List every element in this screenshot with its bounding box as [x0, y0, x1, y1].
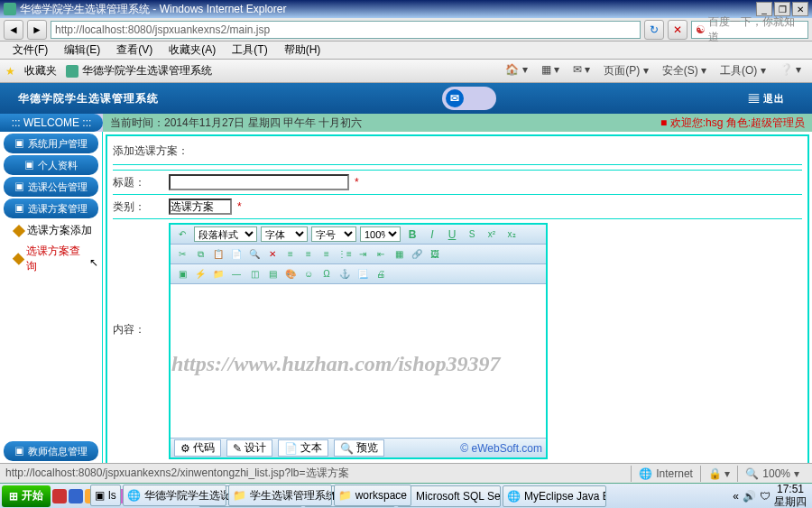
- super-icon[interactable]: x²: [484, 226, 500, 243]
- tab-design[interactable]: ✎ 设计: [226, 439, 272, 457]
- favorites-bar: ★ 收藏夹 华德学院学生选课管理系统 🏠 ▾ ▦ ▾ ✉ ▾ 页面(P) ▾ 安…: [0, 60, 812, 83]
- anchor-icon[interactable]: ⚓: [337, 266, 353, 282]
- strike-icon[interactable]: S: [464, 226, 480, 243]
- forward-button[interactable]: ►: [27, 20, 47, 40]
- task-item[interactable]: 📁学生选课管理系统: [228, 485, 332, 506]
- safety-menu[interactable]: 安全(S) ▾: [657, 63, 712, 79]
- sidebar-item-plan[interactable]: ▣ 选课方案管理: [4, 199, 98, 218]
- tab-code[interactable]: ⚙ 代码: [174, 439, 221, 457]
- size-select[interactable]: 字号: [311, 226, 356, 242]
- omega-icon[interactable]: Ω: [318, 266, 335, 282]
- menu-help[interactable]: 帮助(H): [277, 42, 328, 58]
- message-badge[interactable]: ✉: [442, 87, 496, 110]
- stop-button[interactable]: ✕: [668, 20, 687, 40]
- sidebar-sub-query-plan[interactable]: 选课方案查询↖: [0, 241, 102, 277]
- paste-text-icon[interactable]: 📄: [228, 246, 245, 263]
- indent-icon[interactable]: ⇥: [355, 246, 371, 263]
- tools-menu[interactable]: 工具(O) ▾: [715, 63, 771, 79]
- main-panel: 添加选课方案： 标题： * 类别： * 内容： ↶ 段落样式 字体 字号 100…: [106, 134, 809, 476]
- bold-icon[interactable]: B: [404, 226, 420, 243]
- smile-icon[interactable]: ☺: [300, 266, 317, 282]
- tray-indicator[interactable]: «: [733, 490, 739, 503]
- back-button[interactable]: ◄: [4, 20, 23, 40]
- tab-title[interactable]: 华德学院学生选课管理系统: [82, 63, 212, 79]
- task-item[interactable]: 🌐华德学院学生选课管...: [123, 485, 226, 506]
- find-icon[interactable]: 🔍: [246, 246, 263, 263]
- sidebar-item-profile[interactable]: ▣ 个人资料: [4, 155, 98, 175]
- logout-button[interactable]: ▤ 退出: [749, 92, 785, 106]
- title-input[interactable]: [169, 174, 349, 190]
- list-icon[interactable]: ⋮≡: [337, 246, 353, 263]
- table-icon[interactable]: ▦: [391, 246, 407, 263]
- doc-icon[interactable]: 📃: [355, 266, 371, 282]
- zoom-level[interactable]: 🔍 100% ▾: [737, 466, 807, 482]
- sub-icon[interactable]: x₂: [503, 226, 520, 243]
- cross-icon[interactable]: ✕: [264, 246, 281, 263]
- tray-icon[interactable]: [52, 489, 67, 503]
- media-icon[interactable]: ▣: [174, 266, 190, 282]
- task-item[interactable]: 🗄Microsoft SQL Serve...: [397, 485, 501, 507]
- sidebar-item-notice[interactable]: ▣ 选课公告管理: [4, 177, 98, 197]
- url-input[interactable]: http://localhost:8080/jspxuankexns2/main…: [51, 21, 641, 39]
- menu-view[interactable]: 查看(V): [109, 42, 160, 58]
- tab-text[interactable]: 📄 文本: [278, 439, 328, 457]
- sidebar-item-teacher[interactable]: ▣ 教师信息管理: [4, 441, 98, 461]
- refresh-button[interactable]: ↻: [644, 20, 664, 40]
- link-icon[interactable]: 🔗: [409, 246, 425, 263]
- help-menu[interactable]: ❔ ▾: [774, 63, 807, 79]
- editor-textarea[interactable]: [171, 284, 546, 438]
- sidebar-sub-add-plan[interactable]: 选课方案添加: [0, 220, 102, 241]
- window-icon[interactable]: ◫: [246, 266, 263, 282]
- font-select[interactable]: 字体: [261, 226, 308, 242]
- align-center-icon[interactable]: ≡: [300, 246, 317, 263]
- italic-icon[interactable]: I: [424, 226, 440, 243]
- menu-tools[interactable]: 工具(T): [225, 42, 274, 58]
- tray-indicator[interactable]: 🛡: [760, 490, 770, 503]
- credit-link[interactable]: © eWebSoft.com: [460, 442, 542, 455]
- align-right-icon[interactable]: ≡: [318, 246, 335, 263]
- sidebar-item-users[interactable]: ▣ 系统用户管理: [4, 134, 98, 153]
- menu-file[interactable]: 文件(F): [5, 42, 55, 58]
- rich-editor: ↶ 段落样式 字体 字号 100% B I U S x² x₂ ✂ ⧉ 📋 📄: [169, 223, 548, 459]
- task-item[interactable]: 📁workspace: [334, 485, 411, 506]
- paragraph-select[interactable]: 段落样式: [194, 226, 257, 242]
- paste-icon[interactable]: 📋: [210, 246, 226, 263]
- welcome-tab: ::: WELCOME :::: [0, 114, 103, 132]
- page-menu[interactable]: 页面(P) ▾: [598, 63, 653, 79]
- mail-button[interactable]: ✉ ▾: [567, 63, 595, 79]
- task-item[interactable]: 🌐MyEclipse Java Ente...: [503, 485, 606, 507]
- favorites-icon[interactable]: ★: [5, 65, 15, 78]
- home-button[interactable]: 🏠 ▾: [500, 63, 532, 79]
- section-title: 添加选课方案：: [113, 142, 802, 164]
- layout-icon[interactable]: ▤: [264, 266, 281, 282]
- required-mark: *: [355, 176, 359, 189]
- cut-icon[interactable]: ✂: [174, 246, 190, 263]
- menu-edit[interactable]: 编辑(E): [57, 42, 107, 58]
- menu-favorites[interactable]: 收藏夹(A): [161, 42, 223, 58]
- zoom-select[interactable]: 100%: [360, 226, 401, 242]
- image-icon[interactable]: 🖼: [427, 246, 443, 263]
- copy-icon[interactable]: ⧉: [192, 246, 208, 263]
- align-left-icon[interactable]: ≡: [282, 246, 299, 263]
- tray-indicator[interactable]: 🔊: [743, 490, 756, 503]
- color-icon[interactable]: 🎨: [282, 266, 299, 282]
- hr-icon[interactable]: ―: [228, 266, 245, 282]
- tray-icon[interactable]: [69, 489, 83, 503]
- print-icon[interactable]: 🖨: [373, 266, 389, 282]
- file-icon[interactable]: 📁: [210, 266, 226, 282]
- tab-preview[interactable]: 🔍 预览: [334, 439, 384, 457]
- favorites-label[interactable]: 收藏夹: [24, 63, 57, 79]
- feeds-button[interactable]: ▦ ▾: [536, 63, 565, 79]
- flash-icon[interactable]: ⚡: [192, 266, 208, 282]
- editor-toolbar-3: ▣ ⚡ 📁 ― ◫ ▤ 🎨 ☺ Ω ⚓ 📃 🖨: [171, 264, 546, 284]
- content-area: ▣ 系统用户管理 ▣ 个人资料 ▣ 选课公告管理 ▣ 选课方案管理 选课方案添加…: [0, 132, 812, 479]
- type-input[interactable]: [169, 199, 232, 215]
- search-input[interactable]: ☯ 百度一下，你就知道: [691, 21, 808, 39]
- undo-icon[interactable]: ↶: [174, 226, 190, 243]
- underline-icon[interactable]: U: [444, 226, 460, 243]
- outdent-icon[interactable]: ⇤: [373, 246, 389, 263]
- required-mark: *: [237, 200, 242, 213]
- page-icon: [66, 65, 78, 78]
- start-button[interactable]: ⊞ 开始: [2, 485, 51, 507]
- task-item[interactable]: ▣ls: [90, 485, 121, 506]
